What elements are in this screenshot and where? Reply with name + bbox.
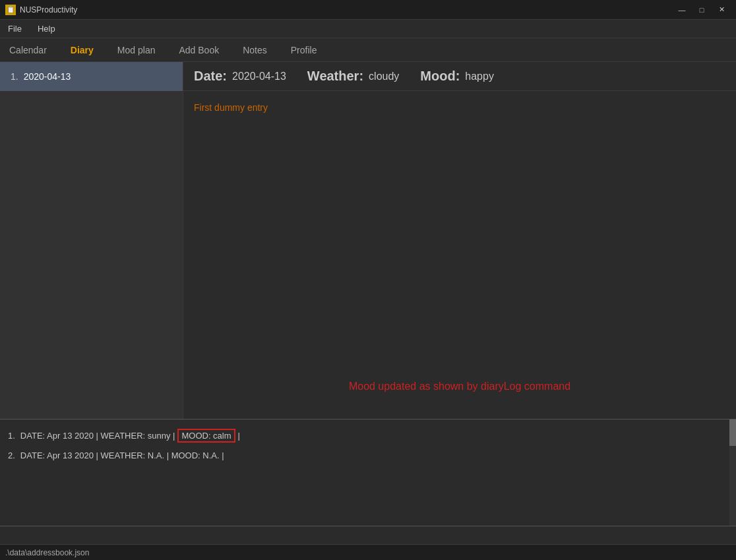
minimize-button[interactable]: — <box>673 3 691 16</box>
date-value: 2020-04-13 <box>232 71 286 82</box>
weather-label: Weather: <box>307 69 363 84</box>
entry-body: First dummy entry Mood updated as shown … <box>183 91 736 419</box>
log-list[interactable]: 1. DATE: Apr 13 2020 | WEATHER: sunny | … <box>0 420 736 526</box>
title-bar-left: 📋 NUSProductivity <box>5 5 77 15</box>
mood-field: Mood: happy <box>420 69 494 84</box>
nav-calendar[interactable]: Calendar <box>5 42 51 58</box>
title-bar-controls: — □ ✕ <box>673 3 731 16</box>
app-title: NUSProductivity <box>20 5 77 15</box>
entry-text: First dummy entry <box>194 102 268 113</box>
sidebar: 1. 2020-04-13 <box>0 62 183 419</box>
command-area <box>0 526 736 544</box>
status-text: .\data\addressbook.json <box>5 548 89 557</box>
command-input[interactable] <box>5 529 731 542</box>
menu-bar: File Help <box>0 20 736 38</box>
log-mood-highlight: MOOD: calm <box>177 429 235 443</box>
scrollbar-track[interactable] <box>729 420 736 526</box>
weather-value: cloudy <box>369 71 399 82</box>
date-field: Date: 2020-04-13 <box>194 69 286 84</box>
sidebar-item-number: 1. <box>11 71 18 82</box>
mood-message: Mood updated as shown by diaryLog comman… <box>349 381 570 392</box>
log-item-1: 2. DATE: Apr 13 2020 | WEATHER: N.A. | M… <box>8 447 728 464</box>
log-item-suffix-0: | <box>238 431 240 441</box>
status-bar: .\data\addressbook.json <box>0 544 736 560</box>
mood-label: Mood: <box>420 69 460 84</box>
nav-addbook[interactable]: Add Book <box>175 42 223 58</box>
sidebar-item-date: 2020-04-13 <box>24 71 71 82</box>
nav-modplan[interactable]: Mod plan <box>113 42 160 58</box>
log-area: 1. DATE: Apr 13 2020 | WEATHER: sunny | … <box>0 419 736 544</box>
nav-bar: Calendar Diary Mod plan Add Book Notes P… <box>0 38 736 62</box>
close-button[interactable]: ✕ <box>712 3 731 16</box>
menu-file[interactable]: File <box>5 22 24 35</box>
content-panel: Date: 2020-04-13 Weather: cloudy Mood: h… <box>183 62 736 419</box>
nav-notes[interactable]: Notes <box>239 42 271 58</box>
nav-diary[interactable]: Diary <box>67 42 98 58</box>
log-item-0: 1. DATE: Apr 13 2020 | WEATHER: sunny | … <box>8 425 728 447</box>
log-item-num-0: 1. <box>8 431 15 441</box>
log-item-text-1: DATE: Apr 13 2020 | WEATHER: N.A. | MOOD… <box>20 451 224 460</box>
log-item-text-0: DATE: Apr 13 2020 | WEATHER: sunny | <box>20 431 175 441</box>
entry-header: Date: 2020-04-13 Weather: cloudy Mood: h… <box>183 62 736 91</box>
sidebar-item-0[interactable]: 1. 2020-04-13 <box>0 62 183 91</box>
menu-help[interactable]: Help <box>35 22 58 35</box>
mood-value: happy <box>465 71 494 82</box>
date-label: Date: <box>194 69 227 84</box>
title-bar: 📋 NUSProductivity — □ ✕ <box>0 0 736 20</box>
app-icon: 📋 <box>5 5 16 15</box>
nav-profile[interactable]: Profile <box>287 42 321 58</box>
log-item-num-1: 2. <box>8 451 15 460</box>
main-area: 1. 2020-04-13 Date: 2020-04-13 Weather: … <box>0 62 736 419</box>
maximize-button[interactable]: □ <box>692 3 711 16</box>
scrollbar-thumb[interactable] <box>729 420 736 446</box>
weather-field: Weather: cloudy <box>307 69 399 84</box>
